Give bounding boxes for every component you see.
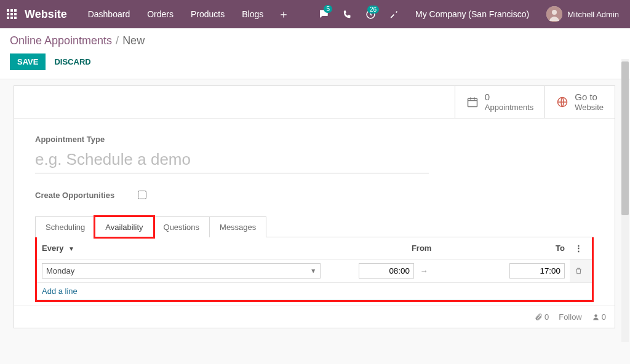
svg-rect-0 bbox=[7, 9, 9, 12]
stat-goto-line2: Website bbox=[575, 103, 604, 112]
messages-badge: 5 bbox=[324, 5, 332, 13]
stat-buttons: 0 Appointments Go to Website bbox=[14, 86, 615, 119]
table-row: Monday ▼ → bbox=[37, 259, 592, 282]
user-name: Mitchell Admin bbox=[567, 10, 619, 19]
breadcrumb-leaf: New bbox=[122, 34, 145, 47]
caret-down-icon: ▼ bbox=[68, 245, 74, 252]
follow-button[interactable]: Follow bbox=[559, 312, 582, 322]
appointment-type-label: Appointment Type bbox=[35, 135, 594, 144]
nav-dashboard[interactable]: Dashboard bbox=[81, 9, 138, 19]
settings-icon[interactable] bbox=[383, 10, 404, 19]
chevron-down-icon: ▼ bbox=[310, 267, 316, 274]
day-select[interactable]: Monday ▼ bbox=[42, 263, 321, 279]
tab-messages[interactable]: Messages bbox=[209, 216, 266, 237]
attachments-icon[interactable]: 0 bbox=[535, 312, 549, 322]
svg-rect-4 bbox=[10, 13, 13, 15]
svg-rect-5 bbox=[14, 13, 17, 15]
col-from[interactable]: From bbox=[412, 243, 432, 253]
svg-point-14 bbox=[594, 314, 597, 317]
svg-rect-1 bbox=[10, 9, 13, 12]
create-opportunities-checkbox[interactable] bbox=[138, 191, 146, 199]
svg-rect-6 bbox=[7, 17, 9, 19]
nav-blogs[interactable]: Blogs bbox=[234, 9, 271, 19]
col-to[interactable]: To bbox=[556, 243, 565, 253]
from-input[interactable] bbox=[359, 263, 414, 279]
tab-availability[interactable]: Availability bbox=[95, 216, 153, 237]
company-selector[interactable]: My Company (San Francisco) bbox=[407, 9, 538, 19]
stat-appointments[interactable]: 0 Appointments bbox=[455, 86, 545, 118]
new-content-icon[interactable]: ＋ bbox=[273, 7, 294, 22]
stat-appointments-label: Appointments bbox=[485, 103, 534, 112]
arrow-right-icon: → bbox=[416, 266, 431, 275]
col-every[interactable]: Every bbox=[42, 243, 63, 253]
column-options-icon[interactable]: ⋮ bbox=[570, 237, 592, 259]
tab-questions[interactable]: Questions bbox=[153, 216, 210, 237]
stat-goto-line1: Go to bbox=[575, 92, 604, 103]
followers-count: 0 bbox=[602, 312, 606, 322]
delete-row-icon[interactable] bbox=[570, 259, 592, 282]
add-line-button[interactable]: Add a line bbox=[37, 282, 592, 299]
attachments-count: 0 bbox=[544, 312, 549, 322]
create-opportunities-label: Create Opportunities bbox=[35, 191, 114, 200]
globe-icon bbox=[556, 96, 568, 108]
svg-rect-3 bbox=[7, 13, 9, 15]
activities-badge: 26 bbox=[367, 6, 379, 14]
day-value: Monday bbox=[46, 266, 74, 275]
svg-rect-8 bbox=[14, 17, 17, 19]
discard-button[interactable]: DISCARD bbox=[54, 57, 90, 66]
nav-products[interactable]: Products bbox=[183, 9, 232, 19]
svg-rect-7 bbox=[10, 17, 13, 19]
calendar-icon bbox=[466, 96, 479, 108]
svg-rect-2 bbox=[14, 9, 17, 12]
control-bar: Online Appointments / New SAVE DISCARD bbox=[0, 28, 630, 79]
avatar bbox=[546, 6, 562, 22]
breadcrumb-separator: / bbox=[116, 34, 119, 47]
messages-icon[interactable]: 5 bbox=[313, 9, 334, 20]
form-sheet: 0 Appointments Go to Website Appointment… bbox=[14, 85, 615, 328]
apps-icon[interactable] bbox=[5, 7, 18, 21]
stat-appointments-count: 0 bbox=[485, 92, 534, 103]
breadcrumb: Online Appointments / New bbox=[10, 34, 620, 47]
svg-rect-12 bbox=[468, 98, 477, 106]
stat-go-to-website[interactable]: Go to Website bbox=[544, 86, 615, 118]
svg-point-11 bbox=[552, 10, 557, 15]
to-input[interactable] bbox=[509, 263, 565, 279]
scrollbar[interactable] bbox=[621, 59, 629, 334]
activities-icon[interactable]: 26 bbox=[360, 9, 381, 20]
sheet-footer: 0 Follow 0 bbox=[14, 306, 615, 328]
nav-orders[interactable]: Orders bbox=[140, 9, 181, 19]
followers-icon[interactable]: 0 bbox=[592, 312, 606, 322]
user-menu[interactable]: Mitchell Admin bbox=[540, 6, 625, 22]
breadcrumb-root[interactable]: Online Appointments bbox=[10, 34, 112, 47]
availability-panel: Every ▼ From To ⋮ Monday bbox=[35, 237, 594, 302]
appointment-type-input[interactable] bbox=[35, 148, 429, 173]
top-nav: Website Dashboard Orders Products Blogs … bbox=[0, 0, 630, 28]
tab-scheduling[interactable]: Scheduling bbox=[35, 216, 95, 237]
tabs: Scheduling Availability Questions Messag… bbox=[35, 216, 594, 237]
availability-table: Every ▼ From To ⋮ Monday bbox=[37, 237, 592, 300]
save-button[interactable]: SAVE bbox=[10, 53, 46, 70]
app-brand[interactable]: Website bbox=[25, 8, 67, 21]
phone-icon[interactable] bbox=[337, 10, 357, 19]
